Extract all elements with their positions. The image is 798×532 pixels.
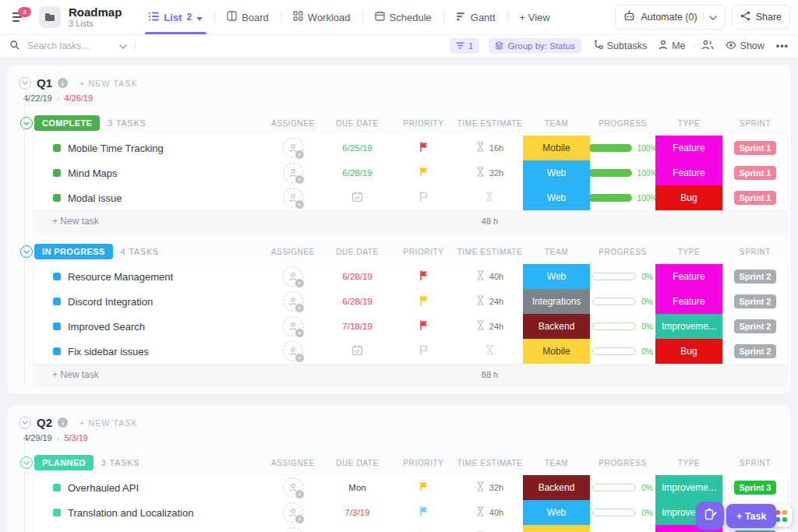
section-date-range[interactable]: 4/29/19›5/3/19 [23, 433, 791, 442]
team-cell[interactable]: Web [523, 160, 590, 185]
column-header-time-estimate[interactable]: TIME ESTIMATE [457, 459, 523, 467]
hourglass-icon[interactable] [486, 191, 494, 205]
assignees-button[interactable] [701, 40, 714, 52]
section-date-range[interactable]: 4/22/19›4/26/19 [23, 93, 791, 103]
hourglass-icon[interactable] [476, 481, 485, 495]
column-header-team[interactable]: TEAM [523, 119, 590, 128]
task-name[interactable]: Fix sidebar issues [68, 346, 149, 358]
column-header-priority[interactable]: PRIORITY [390, 248, 457, 256]
type-cell[interactable]: Improveme... [655, 475, 722, 500]
team-cell[interactable]: Backend [523, 475, 590, 500]
priority-flag-icon[interactable] [419, 270, 429, 284]
hourglass-icon[interactable] [476, 270, 485, 284]
column-header-type[interactable]: TYPE [655, 119, 722, 128]
priority-flag-icon[interactable] [419, 294, 429, 308]
team-cell[interactable]: Integrations [523, 289, 590, 314]
column-header-assignee[interactable]: ASSIGNEE [262, 248, 324, 256]
sprint-badge[interactable]: Sprint 2 [734, 270, 777, 284]
priority-flag-icon[interactable] [419, 481, 429, 495]
column-header-team[interactable]: TEAM [523, 248, 590, 256]
team-cell[interactable]: Mobile [523, 136, 590, 160]
column-header-assignee[interactable]: ASSIGNEE [262, 459, 324, 467]
new-task-button[interactable]: + New task [34, 216, 262, 227]
type-cell[interactable]: Feature [655, 136, 722, 160]
assignee-add-button[interactable]: + [283, 341, 303, 361]
share-button[interactable]: Share [732, 5, 790, 30]
column-header-sprint[interactable]: SPRINT [722, 248, 788, 256]
status-badge[interactable]: PLANNED [34, 455, 94, 470]
assignee-add-button[interactable]: + [283, 138, 303, 158]
priority-flag-icon[interactable] [419, 344, 429, 358]
hourglass-icon[interactable] [476, 166, 485, 180]
section-title[interactable]: Q1 [37, 76, 52, 90]
automate-button[interactable]: Automate (0) [615, 5, 725, 30]
task-name[interactable]: Mind Maps [68, 167, 118, 179]
column-header-due-date[interactable]: DUE DATE [324, 248, 390, 256]
me-button[interactable]: Me [659, 40, 685, 52]
assignee-add-button[interactable]: + [283, 188, 303, 208]
task-name[interactable]: Translation and Localization [68, 507, 193, 519]
sprint-badge[interactable]: Sprint 2 [734, 294, 777, 308]
column-header-progress[interactable]: PROGRESS [590, 119, 655, 128]
new-task-button[interactable]: + New task [34, 369, 262, 380]
start-date[interactable]: 4/29/19 [23, 433, 52, 442]
task-name[interactable]: Modal issue [68, 192, 122, 204]
priority-flag-icon[interactable] [419, 141, 429, 155]
team-cell[interactable]: Web [523, 500, 590, 525]
sprint-badge[interactable]: Sprint 1 [734, 166, 777, 180]
hourglass-icon[interactable] [476, 294, 485, 308]
section-new-task-button[interactable]: + NEW TASK [79, 418, 138, 428]
due-date[interactable]: Mon [348, 483, 365, 492]
type-cell[interactable]: Improveme... [655, 314, 722, 339]
sprint-badge[interactable]: Sprint 3 [734, 481, 777, 495]
task-name[interactable]: Improved Search [68, 321, 145, 333]
quick-edit-button[interactable] [696, 502, 724, 530]
task-name[interactable]: Mobile Time Tracking [68, 143, 164, 154]
team-cell[interactable]: Backend [523, 314, 590, 339]
due-date[interactable]: 7/3/19 [345, 508, 370, 517]
show-button[interactable]: Show [726, 41, 764, 51]
hourglass-icon[interactable] [476, 506, 485, 520]
status-badge[interactable]: IN PROGRESS [34, 244, 113, 259]
task-name[interactable]: Resource Management [68, 271, 173, 283]
subtasks-button[interactable]: Subtasks [593, 40, 647, 52]
task-status-square[interactable] [53, 347, 61, 355]
task-status-square[interactable] [53, 484, 61, 491]
group-collapse-chevron[interactable] [20, 456, 33, 469]
team-cell[interactable]: Web [523, 185, 590, 210]
column-header-time-estimate[interactable]: TIME ESTIMATE [457, 248, 523, 256]
tab-list[interactable]: List2 [137, 0, 214, 34]
task-status-square[interactable] [53, 169, 61, 177]
due-date[interactable]: 6/28/19 [342, 272, 372, 281]
team-cell[interactable]: Mobile [523, 525, 590, 532]
task-status-square[interactable] [53, 509, 61, 516]
sprint-badge[interactable]: Sprint 1 [734, 191, 777, 205]
status-badge[interactable]: COMPLETE [34, 115, 100, 131]
task-status-square[interactable] [53, 298, 61, 305]
type-cell[interactable]: Bug [655, 339, 722, 364]
column-header-sprint[interactable]: SPRINT [722, 459, 788, 467]
assignee-add-button[interactable]: + [283, 291, 303, 312]
add-task-button[interactable]: + Task [726, 504, 776, 528]
due-date[interactable]: 6/28/19 [342, 168, 372, 178]
tab-gantt[interactable]: Gantt [444, 0, 507, 34]
column-header-type[interactable]: TYPE [655, 459, 722, 467]
search-box[interactable] [9, 40, 127, 52]
group-by-button[interactable]: Group by: Status [489, 38, 581, 54]
due-date[interactable]: 7/18/19 [342, 322, 372, 331]
priority-flag-icon[interactable] [419, 319, 429, 333]
column-header-sprint[interactable]: SPRINT [722, 119, 788, 128]
column-header-progress[interactable]: PROGRESS [590, 459, 655, 467]
type-cell[interactable]: Feature [655, 160, 722, 185]
assignee-add-button[interactable]: + [283, 266, 303, 287]
due-date[interactable]: 6/25/19 [342, 143, 372, 153]
type-cell[interactable]: Feature [655, 264, 722, 289]
menu-icon[interactable]: 3 [12, 12, 28, 22]
end-date[interactable]: 5/3/19 [64, 433, 88, 442]
calendar-icon[interactable] [351, 191, 363, 206]
sprint-badge[interactable]: Sprint 2 [734, 319, 777, 333]
column-header-team[interactable]: TEAM [523, 459, 590, 467]
priority-flag-icon[interactable] [419, 166, 429, 180]
column-header-time-estimate[interactable]: TIME ESTIMATE [457, 119, 523, 128]
task-name[interactable]: Discord Integration [68, 296, 153, 308]
